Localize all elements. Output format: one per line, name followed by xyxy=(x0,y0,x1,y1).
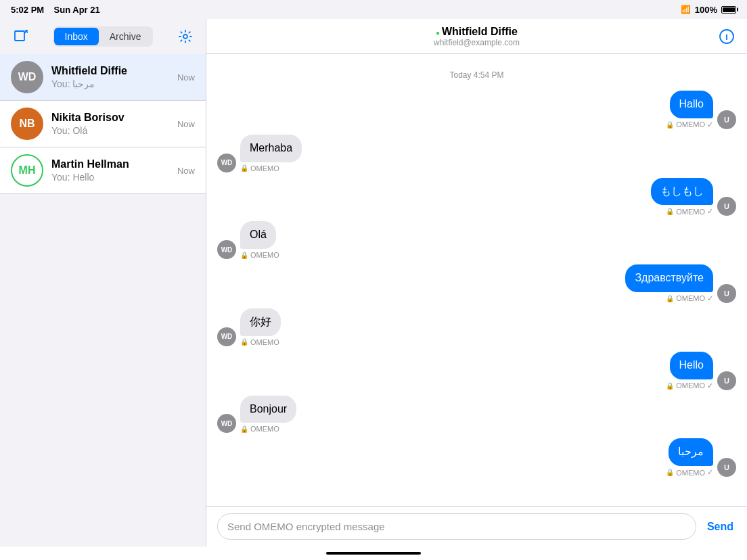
msg-avatar-4: WD xyxy=(217,240,236,259)
avatar-wd: WD xyxy=(11,61,43,93)
tab-group: Inbox Archive xyxy=(53,26,154,47)
msg-omemo-8: OMEMO xyxy=(250,425,279,433)
msg-bubble-wrap-6: 你好 🔒 OMEMO xyxy=(240,308,281,346)
contact-item-wd[interactable]: WD Whitfield Diffie You: مرحبا Now xyxy=(0,54,206,101)
contact-info-mh: Martin Hellman You: Hello xyxy=(51,158,172,183)
svg-text:i: i xyxy=(725,31,728,41)
msg-omemo-3: OMEMO xyxy=(676,208,705,216)
msg-bubble-wrap-2: Merhaba 🔒 OMEMO xyxy=(240,135,302,172)
messages-container: Today 4:54 PM Hallo 🔒 OMEMO ✓ U WD Merha… xyxy=(206,54,747,506)
contact-preview-wd: You: مرحبا xyxy=(51,78,172,89)
status-time-date: 5:02 PM Sun Apr 21 xyxy=(11,5,100,15)
msg-bubble-wrap-3: もしもし 🔒 OMEMO ✓ xyxy=(651,178,713,216)
msg-omemo-9: OMEMO xyxy=(676,469,705,477)
contact-time-mh: Now xyxy=(177,166,195,176)
inbox-tab[interactable]: Inbox xyxy=(54,28,99,45)
app-container: Inbox Archive WD Whitfield Diffie You: م… xyxy=(0,19,747,546)
msg-bubble-wrap-9: مرحبا 🔒 OMEMO ✓ xyxy=(666,438,713,477)
svg-rect-0 xyxy=(15,31,24,41)
compose-button[interactable] xyxy=(11,27,30,46)
lock-icon-6: 🔒 xyxy=(240,338,248,346)
msg-bubble-1: Hallo xyxy=(670,91,713,118)
msg-omemo-4: OMEMO xyxy=(250,251,279,259)
msg-meta-6: 🔒 OMEMO xyxy=(240,338,279,346)
lock-icon-2: 🔒 xyxy=(240,164,248,172)
home-indicator xyxy=(0,546,747,560)
avatar-mh: MH xyxy=(11,154,43,187)
out-avatar-1: U xyxy=(717,110,736,129)
msg-bubble-wrap-7: Hello 🔒 OMEMO ✓ xyxy=(666,352,713,390)
chat-contact-name: Whitfield Diffie xyxy=(434,26,520,38)
battery-percent: 100% xyxy=(695,5,717,15)
checkmark-1: ✓ xyxy=(707,120,713,129)
msg-bubble-2: Merhaba xyxy=(240,135,302,162)
contact-preview-nb: You: Olá xyxy=(51,125,172,136)
checkmark-7: ✓ xyxy=(707,381,713,390)
checkmark-3: ✓ xyxy=(707,207,713,216)
msg-omemo-2: OMEMO xyxy=(250,164,279,172)
msg-omemo-7: OMEMO xyxy=(676,381,705,390)
contact-info-nb: Nikita Borisov You: Olá xyxy=(51,112,172,136)
contact-time-wd: Now xyxy=(177,72,195,83)
chat-header: Whitfield Diffie whitfield@example.com i xyxy=(206,19,747,54)
contact-item-mh[interactable]: MH Martin Hellman You: Hello Now xyxy=(0,147,206,194)
info-button[interactable]: i xyxy=(717,27,736,46)
settings-button[interactable] xyxy=(176,27,195,46)
timestamp-center: Today 4:54 PM xyxy=(217,70,736,80)
archive-tab[interactable]: Archive xyxy=(99,28,152,45)
contact-list: WD Whitfield Diffie You: مرحبا Now NB Ni… xyxy=(0,54,206,546)
contact-info-wd: Whitfield Diffie You: مرحبا xyxy=(51,65,172,89)
message-row-2: WD Merhaba 🔒 OMEMO xyxy=(217,135,736,172)
avatar-nb: NB xyxy=(11,108,43,140)
msg-meta-9: 🔒 OMEMO ✓ xyxy=(666,468,713,477)
message-row-4: WD Olá 🔒 OMEMO xyxy=(217,221,736,259)
msg-bubble-wrap-1: Hallo 🔒 OMEMO ✓ xyxy=(666,91,713,129)
chat-contact-email: whitfield@example.com xyxy=(434,38,520,47)
battery-fill xyxy=(723,7,735,12)
message-row-8: WD Bonjour 🔒 OMEMO xyxy=(217,396,736,434)
contact-preview-mh: You: Hello xyxy=(51,172,172,183)
input-bar: Send xyxy=(206,506,747,546)
status-date: Sun Apr 21 xyxy=(54,5,100,15)
msg-bubble-wrap-8: Bonjour 🔒 OMEMO xyxy=(240,396,296,434)
send-button[interactable]: Send xyxy=(704,521,736,533)
msg-bubble-wrap-5: Здравствуйте 🔒 OMEMO ✓ xyxy=(625,264,713,303)
lock-icon-5: 🔒 xyxy=(666,295,674,302)
contact-time-nb: Now xyxy=(177,119,195,129)
message-row-7: Hello 🔒 OMEMO ✓ U xyxy=(217,352,736,390)
contact-name-nb: Nikita Borisov xyxy=(51,112,172,124)
msg-bubble-8: Bonjour xyxy=(240,396,296,423)
msg-avatar-2: WD xyxy=(217,154,236,172)
message-row-1: Hallo 🔒 OMEMO ✓ U xyxy=(217,91,736,129)
msg-meta-7: 🔒 OMEMO ✓ xyxy=(666,381,713,390)
chat-header-info: Whitfield Diffie whitfield@example.com xyxy=(434,26,520,47)
msg-meta-2: 🔒 OMEMO xyxy=(240,164,279,172)
status-time: 5:02 PM xyxy=(11,5,44,15)
msg-meta-5: 🔒 OMEMO ✓ xyxy=(666,294,713,303)
contact-name-wd: Whitfield Diffie xyxy=(51,65,172,77)
msg-bubble-6: 你好 xyxy=(240,308,281,336)
lock-icon-4: 🔒 xyxy=(240,252,248,259)
out-avatar-5: U xyxy=(717,284,736,303)
message-row-6: WD 你好 🔒 OMEMO xyxy=(217,308,736,346)
wifi-icon: 📶 xyxy=(681,5,691,14)
contact-item-nb[interactable]: NB Nikita Borisov You: Olá Now xyxy=(0,101,206,147)
chat-area: Whitfield Diffie whitfield@example.com i… xyxy=(206,19,747,546)
home-bar xyxy=(326,552,421,555)
msg-bubble-3: もしもし xyxy=(651,178,713,206)
battery-icon xyxy=(721,6,736,14)
message-row-3: もしもし 🔒 OMEMO ✓ U xyxy=(217,178,736,216)
msg-meta-8: 🔒 OMEMO xyxy=(240,425,279,433)
lock-icon-1: 🔒 xyxy=(666,121,674,129)
msg-meta-4: 🔒 OMEMO xyxy=(240,251,279,259)
sidebar-header: Inbox Archive xyxy=(0,19,206,54)
checkmark-5: ✓ xyxy=(707,294,713,303)
msg-omemo-1: OMEMO xyxy=(676,120,705,129)
lock-icon-7: 🔒 xyxy=(666,382,674,390)
message-row-5: Здравствуйте 🔒 OMEMO ✓ U xyxy=(217,264,736,303)
message-input[interactable] xyxy=(217,513,696,540)
contact-name-mh: Martin Hellman xyxy=(51,158,172,170)
out-avatar-7: U xyxy=(717,371,736,390)
msg-meta-1: 🔒 OMEMO ✓ xyxy=(666,120,713,129)
msg-bubble-9: مرحبا xyxy=(669,438,713,466)
